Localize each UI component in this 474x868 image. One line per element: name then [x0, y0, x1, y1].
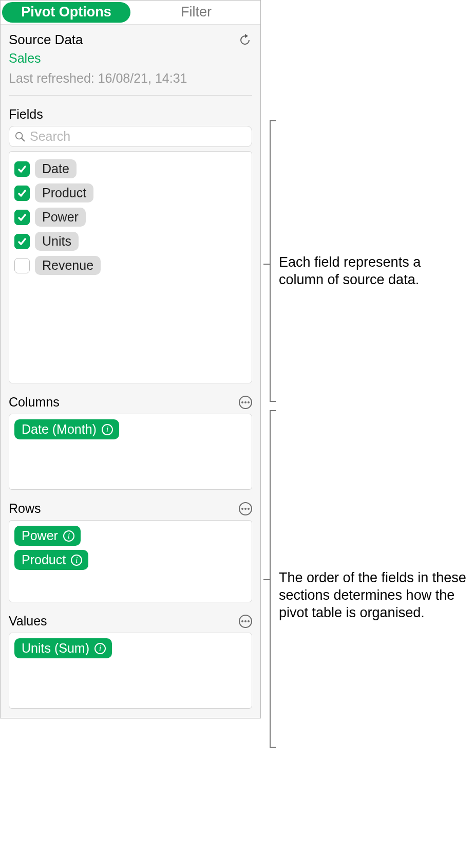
value-field-pill[interactable]: Units (Sum) i — [14, 638, 112, 658]
fields-label: Fields — [9, 107, 43, 122]
callout-sections: The order of the fields in these section… — [279, 569, 469, 621]
values-dropzone[interactable]: Units (Sum) i — [9, 633, 252, 709]
svg-marker-0 — [245, 34, 248, 38]
field-chip[interactable]: Product — [35, 183, 93, 202]
field-row[interactable]: Power — [14, 205, 247, 229]
field-row[interactable]: Revenue — [14, 253, 247, 278]
rows-label: Rows — [9, 501, 41, 516]
source-data-label: Source Data — [9, 32, 83, 48]
field-chip[interactable]: Date — [35, 159, 77, 178]
columns-label: Columns — [9, 395, 60, 410]
field-checkbox[interactable] — [14, 210, 30, 225]
pill-label: Units (Sum) — [22, 641, 89, 656]
info-icon[interactable]: i — [94, 643, 106, 654]
field-checkbox[interactable] — [14, 258, 30, 273]
rows-more-button[interactable] — [239, 502, 252, 515]
source-data-name: Sales — [1, 48, 260, 66]
field-row[interactable]: Units — [14, 229, 247, 253]
field-row[interactable]: Product — [14, 181, 247, 205]
refresh-icon — [239, 34, 251, 46]
field-checkbox[interactable] — [14, 161, 30, 177]
field-checkbox[interactable] — [14, 186, 30, 201]
search-field[interactable] — [9, 126, 252, 147]
fields-list: Date Product Power Units Revenue — [9, 151, 252, 383]
info-icon[interactable]: i — [63, 530, 74, 542]
values-more-button[interactable] — [239, 615, 252, 628]
row-field-pill[interactable]: Power i — [14, 526, 81, 546]
pivot-options-panel: Pivot Options Filter Source Data Sales L… — [0, 0, 261, 718]
pill-label: Date (Month) — [22, 422, 97, 437]
field-checkbox[interactable] — [14, 234, 30, 249]
tab-pivot-options[interactable]: Pivot Options — [2, 2, 130, 23]
search-icon — [14, 131, 26, 142]
field-chip[interactable]: Units — [35, 232, 79, 251]
pill-label: Power — [22, 528, 58, 543]
info-icon[interactable]: i — [102, 424, 113, 435]
search-input[interactable] — [30, 129, 247, 144]
info-icon[interactable]: i — [71, 555, 82, 566]
last-refreshed-text: Last refreshed: 16/08/21, 14:31 — [1, 66, 260, 95]
rows-dropzone[interactable]: Power i Product i — [9, 520, 252, 602]
row-field-pill[interactable]: Product i — [14, 550, 88, 570]
field-row[interactable]: Date — [14, 157, 247, 181]
column-field-pill[interactable]: Date (Month) i — [14, 419, 119, 439]
panel-tabs: Pivot Options Filter — [1, 1, 260, 25]
svg-line-2 — [22, 138, 25, 141]
refresh-button[interactable] — [238, 33, 252, 47]
columns-more-button[interactable] — [239, 396, 252, 409]
tab-filter[interactable]: Filter — [132, 1, 260, 24]
field-chip[interactable]: Power — [35, 208, 86, 227]
pill-label: Product — [22, 552, 66, 567]
callout-fields: Each field represents a column of source… — [279, 254, 469, 289]
columns-dropzone[interactable]: Date (Month) i — [9, 414, 252, 490]
values-label: Values — [9, 614, 47, 629]
field-chip[interactable]: Revenue — [35, 256, 101, 275]
